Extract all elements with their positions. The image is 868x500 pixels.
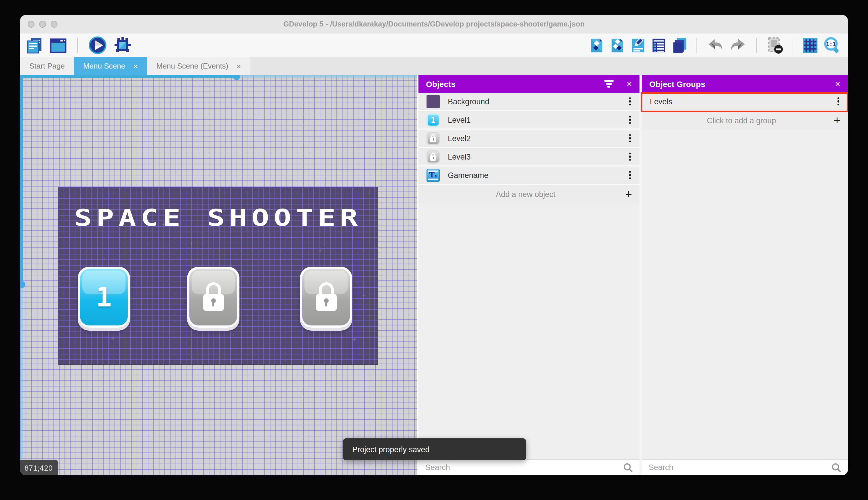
level3-thumbnail-icon bbox=[426, 150, 440, 163]
add-object-label: Add a new object bbox=[426, 190, 625, 198]
close-tab-icon[interactable]: × bbox=[236, 62, 241, 70]
toolbar-divider bbox=[77, 38, 78, 53]
panel-divider bbox=[640, 75, 642, 475]
objects-editor-icon[interactable] bbox=[589, 37, 605, 54]
group-label: Levels bbox=[650, 97, 836, 106]
debug-icon[interactable] bbox=[114, 36, 132, 55]
object-label: Gamename bbox=[448, 171, 628, 180]
tab-label: Menu Scene (Events) bbox=[156, 61, 228, 70]
objects-panel-body bbox=[419, 203, 640, 459]
object-menu-icon[interactable] bbox=[628, 133, 632, 144]
zoom-window-button[interactable] bbox=[51, 21, 58, 27]
add-group-row[interactable]: Click to add a group + bbox=[642, 111, 848, 129]
object-row-level2[interactable]: Level2 bbox=[419, 129, 640, 148]
scene-window-icon[interactable] bbox=[49, 37, 67, 54]
minimize-window-button[interactable] bbox=[39, 21, 46, 27]
object-label: Level2 bbox=[448, 134, 628, 143]
redo-icon[interactable] bbox=[729, 37, 747, 54]
close-tab-icon[interactable]: × bbox=[133, 62, 138, 70]
object-groups-panel: Object Groups × Levels Click to add a gr… bbox=[642, 75, 848, 475]
toolbar-divider bbox=[793, 38, 793, 53]
groups-search-bar bbox=[642, 459, 848, 475]
group-row-wrap: Levels bbox=[642, 93, 848, 111]
panel-title: Objects bbox=[426, 79, 603, 88]
toast-message: Project properly saved bbox=[352, 445, 430, 454]
tab-menu-scene-events[interactable]: Menu Scene (Events) × bbox=[147, 57, 250, 75]
object-groups-editor-icon[interactable] bbox=[610, 37, 625, 54]
object-menu-icon[interactable] bbox=[628, 170, 632, 180]
groups-panel-body bbox=[642, 129, 848, 459]
objects-search-input[interactable] bbox=[425, 463, 618, 472]
level1-thumbnail-icon: 1 bbox=[426, 113, 440, 126]
objects-panel-header: Objects × bbox=[419, 75, 640, 93]
add-group-label: Click to add a group bbox=[649, 116, 834, 125]
tab-label: Start Page bbox=[30, 61, 65, 70]
mask-remove-icon[interactable] bbox=[766, 37, 783, 54]
svg-text:1:1: 1:1 bbox=[826, 41, 836, 47]
close-window-button[interactable] bbox=[28, 21, 35, 27]
objects-panel: Objects × Background 1 Level1 bbox=[417, 75, 640, 475]
object-label: Background bbox=[448, 97, 628, 106]
object-menu-icon[interactable] bbox=[628, 96, 632, 106]
undo-icon[interactable] bbox=[706, 37, 724, 54]
level2-button-instance[interactable] bbox=[187, 267, 239, 328]
screenshot-stage: GDevelop 5 - /Users/dkarakay/Documents/G… bbox=[0, 0, 868, 500]
content-area: + + + + + + + + SPACE SHOOTER 1 bbox=[20, 75, 848, 475]
window-title: GDevelop 5 - /Users/dkarakay/Documents/G… bbox=[283, 20, 585, 28]
toolbar-divider bbox=[696, 38, 697, 53]
level3-button-instance[interactable] bbox=[300, 267, 352, 328]
add-object-row[interactable]: Add a new object + bbox=[419, 185, 640, 203]
object-row-background[interactable]: Background bbox=[419, 93, 640, 111]
traffic-lights bbox=[28, 15, 58, 33]
object-label: Level3 bbox=[448, 152, 628, 161]
group-row-levels[interactable]: Levels bbox=[642, 93, 848, 111]
scene-title-text: SPACE SHOOTER bbox=[20, 204, 417, 231]
object-menu-icon[interactable] bbox=[628, 151, 632, 162]
close-panel-icon[interactable]: × bbox=[626, 79, 632, 88]
scene-canvas[interactable]: + + + + + + + + SPACE SHOOTER 1 bbox=[20, 75, 417, 475]
save-toast: Project properly saved bbox=[343, 439, 526, 460]
zoom-1-1-icon[interactable]: 1:1 bbox=[823, 37, 841, 54]
cursor-coordinates-badge: 871;420 bbox=[20, 460, 58, 475]
plus-icon[interactable]: + bbox=[834, 115, 840, 126]
search-icon[interactable] bbox=[831, 463, 841, 472]
instances-list-icon[interactable] bbox=[651, 37, 667, 54]
grid-icon[interactable] bbox=[802, 37, 818, 54]
object-row-gamename[interactable]: Tx Gamename bbox=[419, 167, 640, 185]
tab-bar: Start Page Menu Scene × Menu Scene (Even… bbox=[20, 57, 848, 75]
close-panel-icon[interactable]: × bbox=[835, 79, 840, 88]
filter-icon[interactable] bbox=[603, 80, 614, 88]
background-object-instance[interactable]: + + + + + + + + SPACE SHOOTER 1 bbox=[58, 187, 378, 365]
canvas-vertical-scrollbar[interactable] bbox=[20, 75, 23, 475]
tab-menu-scene[interactable]: Menu Scene × bbox=[74, 57, 147, 75]
toolbar-divider bbox=[756, 38, 757, 53]
groups-panel-header: Object Groups × bbox=[642, 75, 848, 93]
play-icon[interactable] bbox=[88, 36, 107, 55]
object-label: Level1 bbox=[448, 115, 628, 124]
canvas-horizontal-scrollbar[interactable] bbox=[20, 75, 417, 78]
objects-search-bar bbox=[419, 459, 640, 475]
plus-icon[interactable]: + bbox=[625, 189, 632, 200]
level1-button-instance[interactable]: 1 bbox=[78, 267, 130, 328]
object-menu-icon[interactable] bbox=[628, 114, 632, 125]
properties-icon[interactable] bbox=[630, 37, 646, 54]
hscroll-knob[interactable] bbox=[233, 75, 240, 80]
level-number: 1 bbox=[96, 282, 112, 313]
project-manager-icon[interactable] bbox=[26, 37, 43, 54]
object-row-level1[interactable]: 1 Level1 bbox=[419, 111, 640, 129]
titlebar: GDevelop 5 - /Users/dkarakay/Documents/G… bbox=[20, 15, 848, 33]
text-object-thumbnail-icon: Tx bbox=[426, 169, 440, 182]
group-menu-icon[interactable] bbox=[836, 96, 840, 106]
lock-icon bbox=[202, 282, 225, 312]
level2-thumbnail-icon bbox=[426, 132, 440, 145]
object-row-level3[interactable]: Level3 bbox=[419, 148, 640, 167]
search-icon[interactable] bbox=[623, 463, 633, 472]
vscroll-knob[interactable] bbox=[20, 281, 25, 288]
groups-search-input[interactable] bbox=[649, 463, 826, 472]
panel-title: Object Groups bbox=[649, 79, 835, 88]
layers-icon[interactable] bbox=[672, 37, 687, 54]
lock-icon bbox=[315, 282, 338, 312]
background-thumbnail-icon bbox=[426, 95, 440, 108]
tab-start-page[interactable]: Start Page bbox=[20, 57, 74, 75]
toolbar: 1:1 bbox=[20, 33, 848, 57]
